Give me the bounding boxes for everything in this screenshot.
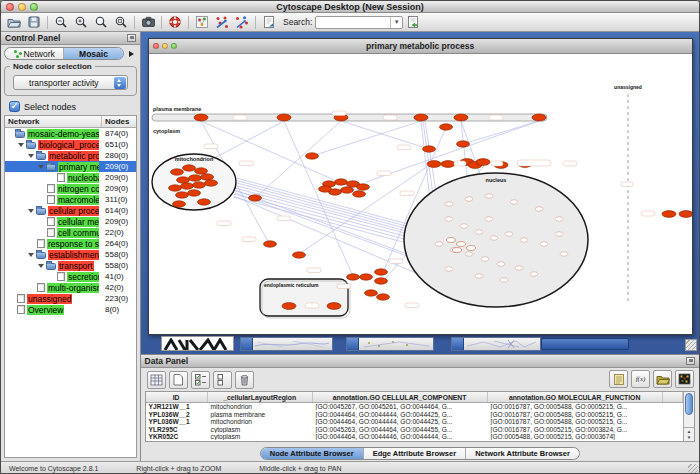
tab-mosaic[interactable]: Mosaic <box>64 48 122 59</box>
tree-column-nodes[interactable]: Nodes <box>102 116 136 127</box>
tree-row[interactable]: secretion41(0) <box>5 271 136 282</box>
minimize-icon[interactable] <box>162 43 168 49</box>
tree-row-selected[interactable]: primary metabo209(0) <box>5 161 136 172</box>
search-input[interactable] <box>316 18 390 27</box>
attribute-editor-button[interactable] <box>609 370 628 388</box>
network-view-window[interactable]: primary metabolic process <box>148 38 693 335</box>
tree-count: 280(0) <box>105 150 128 161</box>
zoom-selected-button[interactable] <box>91 14 111 31</box>
scrollbar-buttons[interactable]: ▲▼ <box>684 427 694 441</box>
node-color-select[interactable]: transporter activity <box>13 75 128 90</box>
save-button[interactable] <box>24 14 44 31</box>
close-icon[interactable] <box>6 3 14 11</box>
tree-row[interactable]: biological_process651(0) <box>5 139 136 150</box>
vizmapper-button[interactable] <box>192 14 212 31</box>
zoom-window-icon[interactable] <box>30 3 38 11</box>
minimized-network-thumbnail[interactable] <box>161 336 234 351</box>
zoom-window-icon[interactable] <box>171 43 177 49</box>
attribute-table-button[interactable] <box>147 371 166 389</box>
new-attribute-button[interactable] <box>169 371 188 389</box>
minimized-window[interactable] <box>451 337 541 351</box>
minimize-icon[interactable] <box>18 3 26 11</box>
tree-row[interactable]: unassigned223(0) <box>5 293 136 304</box>
tree-row[interactable]: multi-organism pro42(0) <box>5 282 136 293</box>
close-icon[interactable] <box>153 43 159 49</box>
select-attributes-button[interactable] <box>191 371 210 389</box>
desktop-resize-grip[interactable] <box>685 339 697 351</box>
matrix-view-button[interactable] <box>675 370 694 388</box>
snapshot-button[interactable] <box>138 14 158 31</box>
float-panel-icon[interactable] <box>686 357 695 365</box>
tree-row[interactable]: Overview8(0) <box>5 304 136 315</box>
open-file-button[interactable] <box>4 14 24 31</box>
expand-triangle-icon[interactable] <box>38 264 44 268</box>
network-view-titlebar[interactable]: primary metabolic process <box>149 39 692 54</box>
control-panel-header: Control Panel <box>1 32 140 45</box>
search-field[interactable]: ▼ <box>315 16 403 29</box>
delete-attribute-button[interactable] <box>235 371 254 389</box>
minimized-window[interactable] <box>240 337 333 351</box>
expand-triangle-icon[interactable] <box>28 209 34 213</box>
network-canvas[interactable]: plasma membrane cytoplasm mitochondrion <box>149 54 692 334</box>
tab-network[interactable]: Network <box>5 48 64 59</box>
table-scrollbar[interactable]: ▲▼ <box>683 392 694 441</box>
import-attributes-button[interactable] <box>653 370 672 388</box>
tree-row[interactable]: nitrogen compo209(0) <box>5 183 136 194</box>
column-header[interactable]: _cellularLayoutRegion <box>208 392 313 402</box>
expand-triangle-icon[interactable] <box>28 154 34 158</box>
tree-row[interactable]: macromolecule311(0) <box>5 194 136 205</box>
table-row[interactable]: YJR121W__1mitochondrion[GO:0045267, GO:0… <box>146 403 683 411</box>
attribute-table-body[interactable]: ID _cellularLayoutRegion annotation.GO C… <box>146 392 683 441</box>
node-color-select-value: transporter activity <box>14 78 114 88</box>
expand-triangle-icon[interactable] <box>38 165 44 169</box>
table-row[interactable]: YDR039C__1mitochondrion[GO:0044464, GO:0… <box>146 441 683 442</box>
tab-edge-attribute-browser[interactable]: Edge Attribute Browser <box>364 448 466 459</box>
cytoscape-window: Cytoscape Desktop (New Session) Search: … <box>0 0 700 474</box>
more-tabs-arrow-icon[interactable] <box>126 47 137 60</box>
column-header[interactable]: annotation.GO CELLULAR_COMPONENT <box>313 392 488 402</box>
tree-row[interactable]: response to stimulu264(0) <box>5 238 136 249</box>
tab-network-attribute-browser[interactable]: Network Attribute Browser <box>466 448 579 459</box>
layout-button-1[interactable] <box>212 14 232 31</box>
expand-triangle-icon[interactable] <box>28 253 34 257</box>
table-row[interactable]: YPL036W__2plasma membrane[GO:0044464, GO… <box>146 411 683 419</box>
column-header[interactable]: annotation.GO MOLECULAR_FUNCTION <box>488 392 663 402</box>
import-annotation-button[interactable] <box>403 14 423 31</box>
tree-row[interactable]: nucleobase-209(0) <box>5 172 136 183</box>
formula-builder-button[interactable]: f(x) <box>631 370 650 388</box>
tree-row[interactable]: transport558(0) <box>5 260 136 271</box>
tree-row[interactable]: cell communicat22(0) <box>5 227 136 238</box>
zoom-in-button[interactable] <box>71 14 91 31</box>
zoom-fit-button[interactable] <box>111 14 131 31</box>
control-panel-title: Control Panel <box>5 33 60 43</box>
tree-column-network[interactable]: Network <box>5 116 102 127</box>
tree-row[interactable]: metabolic process280(0) <box>5 150 136 161</box>
tab-node-attribute-browser[interactable]: Node Attribute Browser <box>261 448 364 459</box>
column-header[interactable]: ID <box>146 392 208 402</box>
minimized-window[interactable] <box>346 337 434 351</box>
zoom-out-button[interactable] <box>51 14 71 31</box>
page-icon <box>17 294 25 303</box>
layout-button-2[interactable] <box>232 14 252 31</box>
select-stepper-icon[interactable] <box>114 77 126 89</box>
tree-row[interactable]: cellular metabo209(0) <box>5 216 136 227</box>
expand-triangle-icon[interactable] <box>18 143 24 147</box>
float-panel-icon[interactable] <box>127 34 136 42</box>
tree-row[interactable]: cellular process614(0) <box>5 205 136 216</box>
unselect-attributes-button[interactable] <box>213 371 232 389</box>
table-row[interactable]: YPL036W__1mitochondrion[GO:0044464, GO:0… <box>146 418 683 426</box>
tree-row[interactable]: mosaic-demo-yeast874(0) <box>5 128 136 139</box>
minimized-window-bar[interactable] <box>541 338 629 350</box>
annotation-button[interactable] <box>259 14 279 31</box>
tree-row[interactable]: establishment of lo558(0) <box>5 249 136 260</box>
table-row[interactable]: YKR052Ccytoplasm[GO:0044464, GO:0044446,… <box>146 433 683 441</box>
title-bar[interactable]: Cytoscape Desktop (New Session) <box>1 1 699 13</box>
network-graph[interactable]: plasma membrane cytoplasm mitochondrion <box>149 54 692 334</box>
select-nodes-checkbox[interactable]: ✓ <box>9 101 20 112</box>
chevron-down-icon[interactable]: ▼ <box>390 17 402 28</box>
scrollbar-thumb[interactable] <box>685 393 693 415</box>
scroll-down-icon[interactable]: ▼ <box>687 435 691 441</box>
help-button[interactable] <box>165 14 185 31</box>
table-row[interactable]: YLR295Ccytoplasm[GO:0045263, GO:0044464,… <box>146 426 683 434</box>
window-resize-grip[interactable] <box>688 464 698 474</box>
